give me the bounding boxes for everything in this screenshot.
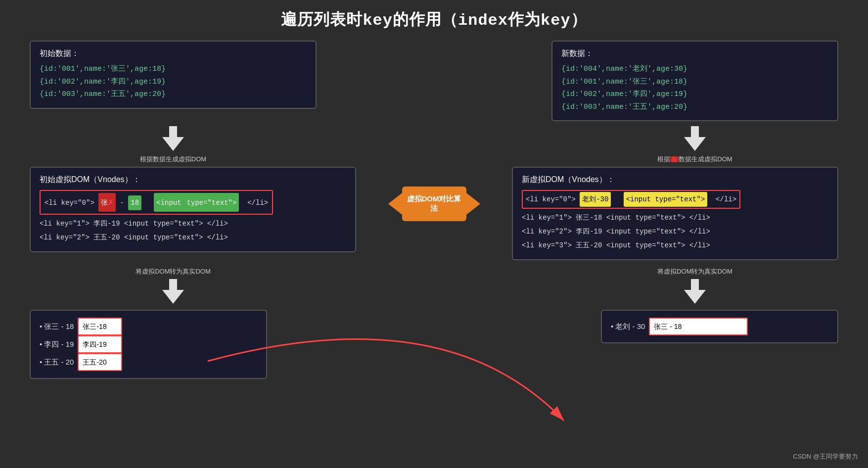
new-data-box: 新数据： {id:'004',name:'老刘',age:30} {id:'00… [551,41,838,121]
right-vdom-line-3: <li key="3"> 王五-20 <input type="text"> <… [522,238,828,252]
input-display-1[interactable]: 李四-19 [78,335,122,353]
real-dom-item-2: • 王五 - 20 王五-20 [40,353,257,371]
right-real-dom-item-0: • 老刘 - 30 张三 - 18 [611,318,828,335]
arrow-label-right-1: 根据新数据生成虚拟DOM [657,155,732,164]
left-real-dom: • 张三 - 18 张三-18 • 李四 - 19 李四-19 • 王五 - 2… [30,310,267,379]
right-vdom-line-1: <li key="1"> 张三-18 <input type="text"> <… [522,211,828,225]
new-name-tag: 老刘-30 [580,192,611,207]
left-vdom-line-1: <li key="1"> 李四-19 <input type="text"> <… [40,217,346,231]
new-data-line-0: {id:'004',name:'老刘',age:30} [561,63,828,76]
cross-text: 张✗ [98,193,116,212]
item-label-2: • 王五 - 20 [40,355,74,370]
initial-data-line-2: {id:'003',name:'王五',age:20} [40,88,307,101]
new-data-title: 新数据： [561,48,828,59]
right-vdom-line-2: <li key="2"> 李四-19 <input type="text"> <… [522,225,828,238]
arrow-label-right-2: 将虚拟DOM转为真实DOM [657,267,732,276]
arrow-down-left-1 [162,126,184,151]
left-vdom-container: 初始虚拟DOM（Vnodes）： <li key="0"> 张✗ - 18 <i… [30,167,356,252]
new-data-line-1: {id:'001',name:'张三',age:18} [561,76,828,89]
left-vdom-line-2: <li key="2"> 王五-20 <input type="text"> <… [40,231,346,244]
arrow-label-left-2: 将虚拟DOM转为真实DOM [136,267,211,276]
item-label-0: • 张三 - 18 [40,319,74,334]
initial-data-line-0: {id:'001',name:'张三',age:18} [40,63,307,76]
page-title: 遍历列表时key的作用（index作为key） [0,0,868,36]
check-text: 18 [128,195,141,210]
initial-data-box: 初始数据： {id:'001',name:'张三',age:18} {id:'0… [30,41,317,121]
initial-data-title: 初始数据： [40,48,307,59]
right-input-display-0[interactable]: 张三 - 18 [649,318,748,335]
left-vdom-line-0: <li key="0"> 张✗ - 18 <input✓type="text">… [40,190,273,215]
initial-data-line-1: {id:'002',name:'李四',age:19} [40,76,307,89]
arrow-down-left-2 [162,279,184,304]
right-vdom-line-0: <li key="0"> 老刘-30 <input type="text"> <… [522,190,828,209]
input-display-0[interactable]: 张三-18 [78,318,122,335]
new-data-line-2: {id:'002',name:'李四',age:19} [561,88,828,101]
real-dom-item-0: • 张三 - 18 张三-18 [40,318,257,335]
item-label-1: • 李四 - 19 [40,337,74,352]
input-tag-left: <input✓type="text"> [154,193,239,212]
right-item-label-0: • 老刘 - 30 [611,319,645,334]
arrow-label-left-1: 根据数据生成虚拟DOM [140,155,206,164]
real-dom-item-1: • 李四 - 19 李四-19 [40,335,257,353]
right-real-dom: • 老刘 - 30 张三 - 18 [601,310,838,343]
diff-algorithm-label: 虚拟DOM对比算法 [402,187,466,221]
new-input-tag: <input type="text"> [624,192,708,207]
csdn-credit: CSDN @王同学要努力 [793,452,858,461]
right-vdom-container: 新虚拟DOM（Vnodes）： <li key="0"> 老刘-30 <inpu… [512,167,838,260]
right-vdom-title: 新虚拟DOM（Vnodes）： [522,175,828,185]
arrow-down-right-1 [684,126,706,151]
arrow-down-right-2 [684,279,706,304]
new-data-line-3: {id:'003',name:'王五',age:20} [561,101,828,114]
left-vdom-title: 初始虚拟DOM（Vnodes）： [40,175,346,185]
input-display-2[interactable]: 王五-20 [78,353,122,371]
